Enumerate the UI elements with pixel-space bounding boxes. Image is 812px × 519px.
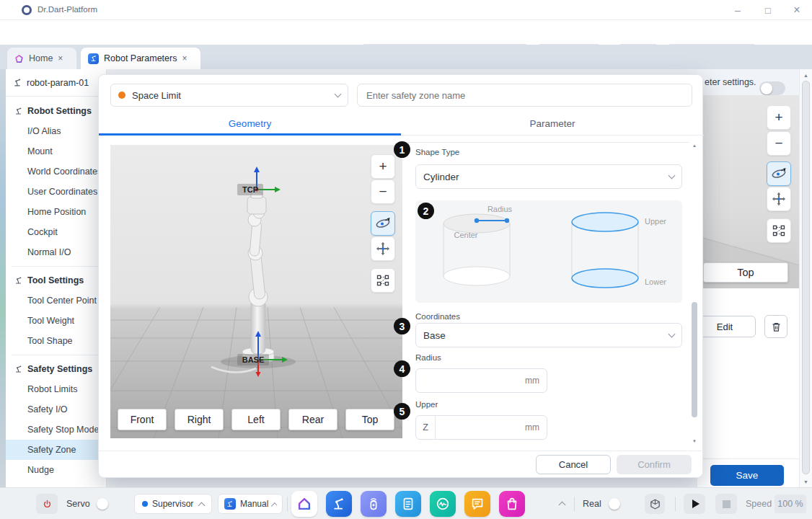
close-button[interactable]: × (786, 3, 808, 17)
scroll-up-icon[interactable]: ▲ (689, 142, 700, 149)
minimize-button[interactable]: – (727, 3, 749, 17)
dock-expand-chevron-icon[interactable] (559, 502, 566, 509)
dock-app-home[interactable] (291, 491, 317, 517)
dock-app-monitoring[interactable] (430, 491, 456, 517)
page-zoom-out-button[interactable]: − (767, 131, 791, 156)
sidebar-item-cockpit[interactable]: Cockpit (6, 222, 106, 242)
role-value: Supervisor (152, 499, 195, 509)
viewport-pan-button[interactable] (371, 236, 395, 261)
orbit-icon (374, 215, 392, 232)
sidebar-item-world-coordinates[interactable]: World Coordinates (6, 161, 106, 182)
message-icon (469, 496, 485, 512)
tab-robot-parameters[interactable]: Robot Parameters × (81, 48, 200, 69)
sidebar-item-tool-shape[interactable]: Tool Shape (6, 331, 106, 351)
zone-3d-viewport[interactable]: BASE TCP + − (110, 145, 402, 438)
view-front-button[interactable]: Front (118, 409, 167, 430)
dock-app-message[interactable] (464, 491, 490, 517)
speed-value-box[interactable]: 100 % (775, 494, 806, 513)
confirm-button[interactable]: Confirm (617, 455, 692, 474)
view-rear-button[interactable]: Rear (288, 409, 337, 430)
cube-3d-icon (649, 498, 661, 510)
view-right-button[interactable]: Right (175, 409, 224, 430)
shape-type-select[interactable]: Cylinder (415, 164, 682, 189)
stop-icon (723, 500, 731, 508)
base-frame-label: BASE (242, 355, 265, 364)
page-measure-button[interactable] (767, 218, 791, 243)
measure-icon (376, 273, 390, 288)
tab-home-close-icon[interactable]: × (58, 54, 63, 63)
robot-arm-icon (14, 276, 23, 285)
scroll-up-icon[interactable]: ▲ (800, 71, 812, 79)
simulation-3d-button[interactable] (645, 494, 665, 514)
page-top-view-button[interactable]: Top (703, 262, 788, 283)
zone-name-input[interactable] (357, 84, 692, 107)
page-scrollbar[interactable]: ▲ ▼ (799, 69, 812, 487)
viewport-measure-button[interactable] (371, 268, 395, 293)
sidebar-item-io-alias[interactable]: I/O Alias (6, 121, 106, 141)
radius-unit: mm (525, 376, 547, 386)
delete-zone-button[interactable] (764, 315, 787, 338)
upper-z-input[interactable] (436, 416, 525, 439)
view-left-button[interactable]: Left (231, 409, 281, 430)
viewport-zoom-out-button[interactable]: − (371, 179, 395, 204)
play-button[interactable] (684, 494, 705, 514)
view-top-button[interactable]: Top (345, 409, 394, 430)
tab-geometry[interactable]: Geometry (99, 111, 401, 136)
divider (99, 451, 704, 451)
maximize-button[interactable]: □ (757, 3, 779, 17)
sidebar-item-safety-stop-modes[interactable]: Safety Stop Modes (6, 420, 106, 440)
power-button[interactable] (36, 494, 58, 514)
sidebar-item-mount[interactable]: Mount (6, 141, 106, 161)
page-pan-button[interactable] (767, 187, 791, 211)
save-button[interactable]: Save (710, 465, 784, 486)
viewport-zoom-in-button[interactable]: + (371, 154, 395, 179)
page-zoom-in-button[interactable]: + (767, 105, 791, 130)
manual-mode-icon (224, 498, 236, 510)
page-rotate-button[interactable] (767, 161, 791, 186)
dock-app-store[interactable] (499, 491, 525, 517)
viewport-rotate-button[interactable] (371, 211, 395, 236)
form-scrollbar[interactable]: ▲ ▼ (689, 142, 700, 445)
sidebar-item-safety-io[interactable]: Safety I/O (6, 399, 106, 420)
divider (12, 355, 100, 355)
form-scrollbar-thumb[interactable] (692, 302, 697, 417)
cancel-button[interactable]: Cancel (536, 455, 611, 474)
sidebar-section-tool-settings: Tool Settings (6, 270, 106, 290)
title-bar: Dr.Dart-Platform – □ × (0, 0, 812, 20)
sidebar-item-tool-weight[interactable]: Tool Weight (6, 311, 106, 331)
trash-icon (770, 321, 782, 333)
scroll-down-icon[interactable]: ▼ (689, 438, 700, 445)
dock-app-teach-pendant[interactable] (361, 491, 387, 517)
dock-app-document[interactable] (395, 491, 421, 517)
radius-input[interactable] (416, 369, 525, 392)
tab-robot-parameters-close-icon[interactable]: × (182, 54, 187, 63)
upper-label: Upper (415, 400, 438, 409)
dock-mode-value: Manual (240, 499, 268, 509)
sidebar-item-user-coordinates[interactable]: User Coordinates (6, 182, 106, 202)
servo-label: Servo (66, 499, 90, 509)
home-pentagon-icon (14, 54, 24, 63)
role-select[interactable]: Supervisor (134, 494, 212, 514)
dock-app-robot-parameters[interactable] (326, 491, 352, 517)
scroll-down-icon[interactable]: ▼ (800, 477, 812, 486)
sidebar-item-robot-limits[interactable]: Robot Limits (6, 379, 106, 399)
sidebar-section-safety-settings: Safety Settings (6, 359, 106, 379)
sidebar-item-tool-center-point[interactable]: Tool Center Point (6, 290, 106, 311)
tab-parameter[interactable]: Parameter (401, 111, 704, 136)
zone-type-select[interactable]: Space Limit (110, 84, 348, 107)
status-bar: Manual Servo Off robot-param-01 52203369… (0, 20, 812, 45)
zone-type-value: Space Limit (132, 90, 335, 101)
tab-home[interactable]: Home × (7, 48, 76, 69)
sidebar-item-nudge[interactable]: Nudge (6, 460, 106, 480)
page-scrollbar-thumb[interactable] (802, 81, 810, 474)
sidebar-item-safety-zone[interactable]: Safety Zone (6, 440, 106, 460)
sidebar-item-normal-io[interactable]: Normal I/O (6, 242, 106, 262)
robot-parameters-app-icon (88, 53, 99, 64)
dock-mode-select[interactable]: Manual (218, 494, 283, 514)
coordinates-label: Coordinates (415, 312, 460, 321)
store-bag-icon (504, 496, 520, 512)
parameter-edit-toggle[interactable] (759, 81, 785, 95)
stop-button[interactable] (715, 494, 737, 514)
coordinates-select[interactable]: Base (415, 323, 682, 347)
sidebar-item-home-position[interactable]: Home Position (6, 202, 106, 222)
